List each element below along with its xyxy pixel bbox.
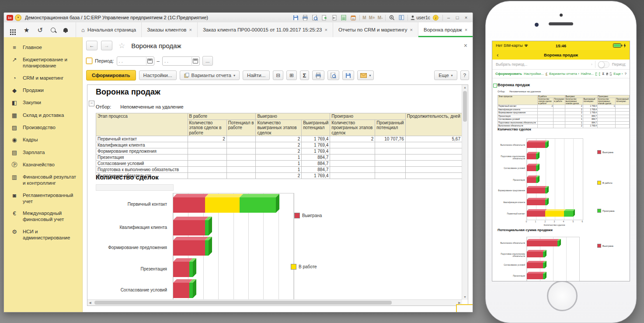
col-won-potential[interactable]: Выигранный потенциал <box>583 98 597 105</box>
cell-stage[interactable]: Квалификация клиента <box>96 142 188 148</box>
collapse-groups-icon[interactable] <box>595 72 597 76</box>
period-checkbox[interactable] <box>86 58 92 64</box>
bar-segment-inwork[interactable] <box>545 211 564 217</box>
calendar-icon[interactable]: 31 <box>350 14 357 21</box>
memory-m-button[interactable]: M <box>362 15 366 20</box>
col-stage[interactable]: Этап процесса <box>498 95 538 105</box>
chart-bar[interactable] <box>527 177 538 183</box>
cell-stage[interactable]: Первичный контакт <box>498 105 538 109</box>
cell[interactable]: 1 <box>597 105 615 109</box>
cell[interactable]: 1 769,4 <box>302 173 330 179</box>
cell[interactable] <box>553 118 565 122</box>
more-button[interactable]: Еще▾ <box>434 70 457 80</box>
generate-button[interactable]: Сформировать <box>86 70 136 81</box>
cell[interactable] <box>375 154 406 161</box>
save-icon[interactable] <box>292 14 299 21</box>
close-window-button[interactable]: × <box>463 15 469 20</box>
chart-bar[interactable] <box>173 283 193 298</box>
cell[interactable] <box>538 121 553 125</box>
cell-stage[interactable]: Формирование предложения <box>96 148 188 154</box>
totals-sigma-button[interactable]: Σ <box>300 70 310 80</box>
calculator-icon[interactable] <box>340 14 347 21</box>
col-lost-potential[interactable]: Проигранный потенциал <box>616 98 630 105</box>
bar-segment-inwork[interactable] <box>205 197 240 213</box>
chart-bar[interactable] <box>527 241 559 246</box>
cell[interactable]: 2 <box>256 173 302 179</box>
close-tab-icon[interactable]: × <box>189 27 191 32</box>
collapse-group-icon[interactable]: – <box>89 101 94 106</box>
cell[interactable] <box>616 115 630 118</box>
cell[interactable] <box>330 167 375 173</box>
bar-segment-won[interactable] <box>527 177 536 183</box>
cell[interactable] <box>597 121 615 125</box>
table-row[interactable]: Подготовка к выполнению обязательств1884… <box>96 167 462 173</box>
cell-stage[interactable]: Подготовка к выполнению обязательств <box>96 167 188 173</box>
help-button[interactable]: ? <box>625 72 627 76</box>
table-row[interactable]: Формирование предложения21 769,4 <box>96 148 462 154</box>
cell[interactable] <box>597 112 615 115</box>
scrollbar-thumb[interactable] <box>94 301 392 305</box>
favorite-star-icon[interactable]: ☆ <box>118 41 125 50</box>
bar-segment-edge[interactable] <box>543 274 545 279</box>
help-button[interactable]: ? <box>460 70 469 80</box>
print-preview-icon[interactable] <box>311 14 318 21</box>
cell[interactable] <box>538 125 553 128</box>
bar-segment-edge[interactable] <box>205 240 209 256</box>
find-button[interactable]: Найти... <box>243 70 270 80</box>
chart-bar[interactable] <box>173 220 209 235</box>
sidebar-item-budgeting[interactable]: ↗Бюджетирование и планирование <box>4 54 82 72</box>
table-row[interactable]: Первичный контакт221 769,41 <box>498 105 630 109</box>
print-icon[interactable] <box>302 14 309 21</box>
bar-segment-won[interactable] <box>527 154 536 159</box>
bar-segment-lost[interactable] <box>564 211 573 217</box>
cell[interactable]: 1 769,4 <box>302 142 330 148</box>
bar-segment-edge[interactable] <box>545 188 547 193</box>
cell[interactable]: 1 <box>565 118 583 122</box>
sidebar-item-hr[interactable]: ◉Кадры <box>4 134 82 146</box>
calendar-picker-button[interactable] <box>146 57 154 65</box>
cell[interactable]: 1 769,4 <box>583 105 597 109</box>
cell[interactable] <box>226 142 256 148</box>
cell[interactable] <box>538 112 553 115</box>
home-button[interactable] <box>547 281 578 311</box>
close-form-button[interactable]: × <box>464 42 469 49</box>
cell[interactable] <box>553 125 565 128</box>
group-lost[interactable]: Проиграно <box>330 113 405 120</box>
sidebar-item-regulated[interactable]: ◙Регламентированный учет <box>4 190 82 208</box>
cell[interactable]: 2 <box>565 125 583 128</box>
bar-segment-edge[interactable] <box>536 154 538 159</box>
sidebar-item-warehouse[interactable]: ▦Склад и доставка <box>4 109 82 122</box>
cell[interactable]: 2 <box>565 105 583 109</box>
cell-stage[interactable]: Первичный контакт <box>96 136 188 142</box>
close-tab-icon[interactable]: × <box>410 27 413 32</box>
cell[interactable] <box>188 142 226 148</box>
split-columns-icon[interactable] <box>398 14 405 21</box>
scrollbar-thumb[interactable] <box>463 91 467 122</box>
totals-sigma-button[interactable]: Σ <box>602 72 604 76</box>
calendar-picker-button[interactable] <box>191 57 199 65</box>
cell[interactable] <box>330 161 375 167</box>
col-inwork-count[interactable]: Количество этапов сделок в работе <box>538 98 553 105</box>
cell[interactable]: 2 <box>256 148 302 154</box>
cell[interactable]: 2 <box>330 136 375 142</box>
sidebar-item-purchases[interactable]: ◧Закупки <box>4 97 82 109</box>
receive-file-icon[interactable] <box>331 14 338 21</box>
bar-segment-won[interactable] <box>173 197 205 213</box>
cell[interactable] <box>226 154 256 161</box>
sidebar-item-production[interactable]: ▨Производство <box>4 122 82 134</box>
bar-segment-edge[interactable] <box>189 283 193 298</box>
cell[interactable]: 2 <box>565 112 583 115</box>
tab-crm-reports[interactable]: Отчеты по CRM и маркетингу × <box>333 22 418 37</box>
horizontal-scrollbar[interactable]: ◀ ▶ <box>87 299 462 305</box>
cell[interactable]: 2 <box>256 142 302 148</box>
cell[interactable] <box>405 148 462 154</box>
bar-segment-edge[interactable] <box>536 177 538 183</box>
tab-client-orders[interactable]: Заказы клиентов × <box>141 22 197 37</box>
cell[interactable] <box>616 105 630 109</box>
cell[interactable] <box>597 125 615 128</box>
cell[interactable] <box>226 148 256 154</box>
cell[interactable]: 884,7 <box>302 161 330 167</box>
bar-segment-won[interactable] <box>527 211 545 217</box>
chart-bar[interactable] <box>527 263 545 268</box>
expand-groups-icon[interactable] <box>599 72 601 76</box>
